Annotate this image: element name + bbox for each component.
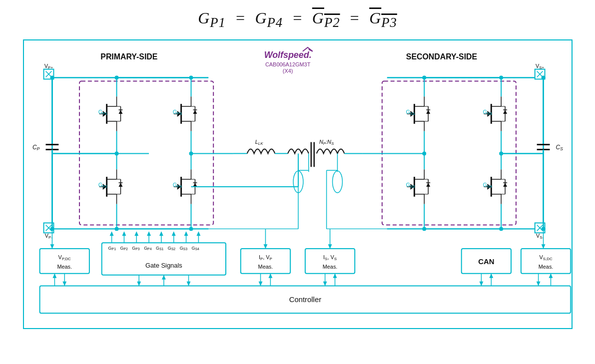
svg-point-239 bbox=[499, 227, 503, 231]
circuit-diagram: PRIMARY-SIDE SECONDARY-SIDE Wolfspeed. C… bbox=[23, 39, 573, 329]
svg-point-236 bbox=[422, 76, 426, 80]
part-number: CAB006A12GM3T bbox=[265, 61, 310, 67]
svg-text:Meas.: Meas. bbox=[258, 264, 273, 270]
svg-point-233 bbox=[189, 227, 193, 231]
svg-point-136 bbox=[114, 152, 118, 156]
svg-point-232 bbox=[189, 76, 193, 80]
svg-point-229 bbox=[541, 76, 545, 80]
svg-point-234 bbox=[114, 76, 118, 80]
quantity: (X4) bbox=[282, 68, 293, 74]
is-vs-meas-box bbox=[305, 249, 354, 274]
primary-side-label: PRIMARY-SIDE bbox=[100, 52, 157, 61]
svg-text:Meas.: Meas. bbox=[538, 264, 553, 270]
wolfspeed-label: Wolfspeed. bbox=[264, 50, 311, 60]
vp-dc-meas-label2: Meas. bbox=[57, 264, 72, 270]
svg-text:Meas.: Meas. bbox=[322, 264, 337, 270]
svg-point-228 bbox=[50, 76, 54, 80]
ip-vp-meas-box bbox=[240, 249, 290, 274]
secondary-side-label: SECONDARY-SIDE bbox=[406, 52, 477, 61]
page-container: GP1 = GP4 = GP2 = GP3 PRIMARY-SIDE SECON… bbox=[0, 0, 595, 364]
svg-point-238 bbox=[499, 76, 503, 80]
formula-display: GP1 = GP4 = GP2 = GP3 bbox=[198, 9, 397, 30]
svg-point-231 bbox=[541, 227, 545, 231]
svg-point-237 bbox=[422, 227, 426, 231]
can-label: CAN bbox=[478, 258, 494, 266]
controller-label: Controller bbox=[289, 296, 321, 304]
svg-point-149 bbox=[499, 152, 503, 156]
svg-point-137 bbox=[189, 152, 193, 156]
svg-point-230 bbox=[50, 227, 54, 231]
svg-point-148 bbox=[422, 152, 426, 156]
svg-point-235 bbox=[114, 227, 118, 231]
gate-signals-label: Gate Signals bbox=[145, 262, 182, 269]
